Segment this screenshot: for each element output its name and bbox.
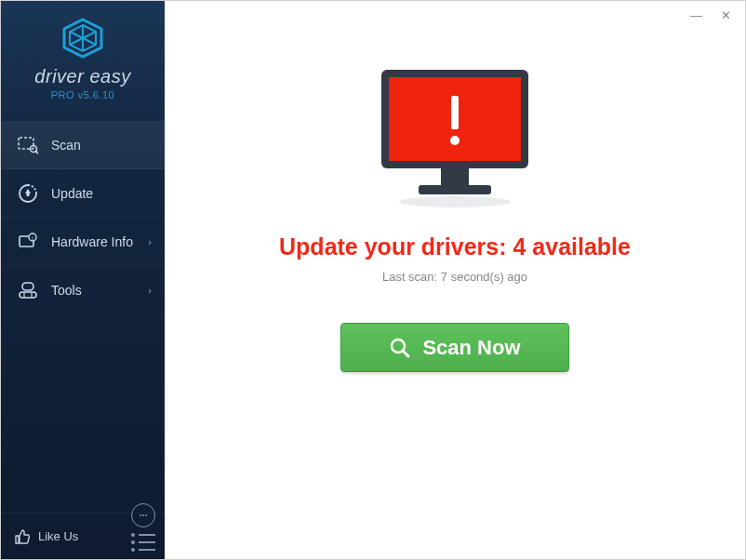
brand-logo-icon [60, 18, 105, 59]
svg-line-28 [403, 351, 408, 356]
svg-rect-25 [451, 96, 459, 129]
main-content: Update your drivers: 4 available Last sc… [165, 1, 745, 559]
scan-now-button[interactable]: Scan Now [340, 323, 569, 372]
close-button[interactable]: ✕ [721, 8, 731, 22]
sidebar-item-scan[interactable]: Scan [1, 121, 165, 169]
update-icon [18, 183, 38, 204]
svg-line-7 [36, 151, 39, 153]
app-window: — ✕ driver easy PRO v5.6.10 Scan [0, 0, 746, 560]
thumbs-up-icon [14, 528, 31, 545]
sidebar-item-update[interactable]: Update [1, 169, 165, 218]
alert-monitor-icon [372, 64, 538, 213]
last-scan-text: Last scan: 7 second(s) ago [382, 270, 527, 284]
chevron-right-icon: › [148, 285, 152, 296]
minimize-button[interactable]: — [690, 8, 702, 22]
scan-now-label: Scan Now [422, 336, 520, 360]
brand-version: PRO v5.6.10 [1, 89, 165, 100]
sidebar-item-label: Update [51, 186, 93, 201]
svg-rect-23 [419, 185, 491, 194]
sidebar-item-label: Hardware Info [51, 234, 133, 249]
titlebar: — ✕ [690, 1, 745, 29]
like-us-label: Like Us [38, 529, 78, 543]
sidebar-footer: Like Us [1, 513, 165, 559]
tools-icon [18, 280, 38, 300]
chevron-right-icon: › [148, 236, 152, 247]
svg-point-24 [399, 196, 511, 207]
svg-rect-22 [441, 168, 469, 185]
sidebar-item-label: Tools [51, 283, 82, 298]
nav: Scan Update i Hardware Info › Tools [1, 121, 165, 314]
sidebar: driver easy PRO v5.6.10 Scan Update i [1, 1, 165, 559]
svg-rect-13 [22, 283, 33, 290]
logo-area: driver easy PRO v5.6.10 [1, 1, 165, 110]
search-icon [389, 337, 411, 359]
status-headline: Update your drivers: 4 available [279, 233, 631, 260]
sidebar-item-label: Scan [51, 138, 81, 153]
svg-rect-9 [27, 193, 30, 196]
brand-name: driver easy [1, 66, 165, 87]
svg-rect-14 [20, 292, 36, 298]
sidebar-item-tools[interactable]: Tools › [1, 266, 165, 314]
svg-text:i: i [32, 234, 33, 240]
svg-point-26 [450, 136, 460, 145]
hardware-info-icon: i [18, 232, 38, 252]
like-us-button[interactable]: Like Us [14, 528, 78, 545]
sidebar-item-hardware-info[interactable]: i Hardware Info › [1, 218, 165, 266]
scan-icon [18, 135, 38, 155]
